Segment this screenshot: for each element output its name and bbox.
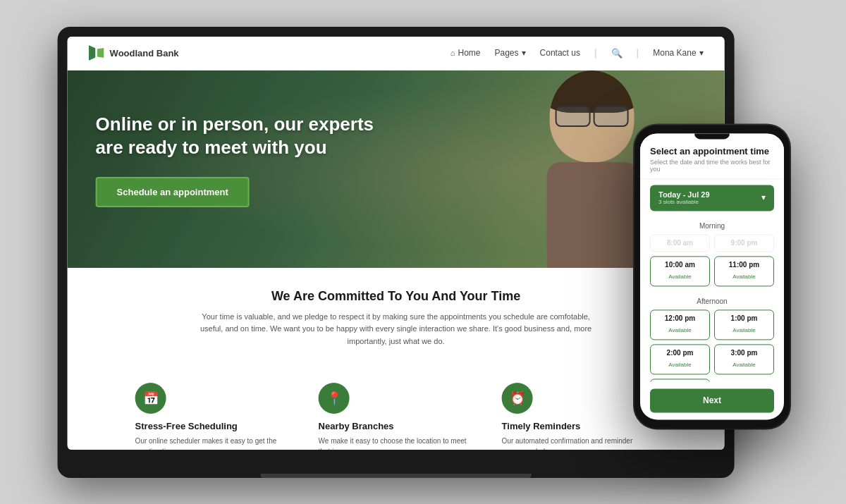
search-icon[interactable]: 🔍 [611,48,623,59]
schedule-appointment-button[interactable]: Schedule an appointment [96,177,250,207]
website: Woodland Bank ⌂ Home Pages ▾ [68,37,725,450]
hero-content: Online or in person, our experts are rea… [68,70,420,236]
hero-title: Online or in person, our experts are rea… [96,113,392,161]
time-slot-12pm[interactable]: 12:00 pm Available [650,309,710,340]
logo-right [97,48,104,58]
time-slot-11pm[interactable]: 11:00 pm Available [714,256,774,286]
logo-left [89,45,96,61]
hero-section: Online or in person, our experts are rea… [68,70,725,268]
feature-scheduling-text: Our online scheduler makes it easy to ge… [135,436,290,449]
features-section: 📅 Stress-Free Scheduling Our online sche… [68,376,725,449]
time-slot-3pm[interactable]: 3:00 pm Available [714,344,774,374]
navbar: Woodland Bank ⌂ Home Pages ▾ [68,37,725,70]
phone-frame: Select an appointment time Select the da… [634,125,790,428]
branches-icon: 📍 [319,383,350,414]
time-slot-time: 12:00 pm [656,314,704,322]
feature-branches-text: We make it easy to choose the location t… [319,436,474,449]
app-subtitle: Select the date and time the works best … [650,159,774,173]
time-slot-status: Available [668,362,691,368]
scheduling-icon: 📅 [135,383,166,414]
laptop-base [261,474,532,478]
phone-notch [694,133,730,139]
feature-reminders: ⏰ Timely Reminders Our automated confirm… [502,383,657,449]
time-slot-time: 1:00 pm [721,314,768,322]
feature-branches: 📍 Nearby Branches We make it easy to cho… [319,383,474,449]
afternoon-label: Afternoon [650,292,774,309]
morning-label: Morning [650,216,774,234]
woman-head [550,70,634,162]
glasses-lens-right [594,106,629,127]
time-slot-time: 9:00 pm [721,239,768,247]
feature-branches-title: Nearby Branches [319,421,394,431]
time-slot-status: Available [732,362,755,368]
time-section: Morning 8:00 am 9:00 pm 10:00 am Ava [640,216,784,381]
scene: Woodland Bank ⌂ Home Pages ▾ [0,0,846,504]
phone: Select an appointment time Select the da… [634,125,790,428]
feature-scheduling-title: Stress-Free Scheduling [135,421,238,431]
commitment-text: Your time is valuable, and we pledge to … [192,311,601,348]
nav-divider: | [594,47,597,59]
commitment-section: We Are Committed To You And Your Time Yo… [68,268,725,376]
time-slot-1pm[interactable]: 1:00 pm Available [714,309,774,340]
next-button[interactable]: Next [650,388,774,412]
user-chevron-icon: ▾ [699,48,704,58]
time-slot-9pm[interactable]: 9:00 pm [714,234,774,252]
logo: Woodland Bank [89,45,179,61]
chevron-down-icon: ▾ [522,48,526,58]
phone-screen: Select an appointment time Select the da… [640,133,784,419]
laptop: Woodland Bank ⌂ Home Pages ▾ [58,27,735,478]
laptop-frame: Woodland Bank ⌂ Home Pages ▾ [58,27,735,478]
date-info: Today - Jul 29 3 slots available [658,190,710,205]
reminders-icon: ⏰ [502,383,533,414]
feature-scheduling: 📅 Stress-Free Scheduling Our online sche… [135,383,290,449]
feature-reminders-text: Our automated confirmation and reminder … [502,436,657,449]
logo-icon [89,45,104,61]
woman-body [547,162,639,268]
app-footer: Next [640,381,784,419]
date-sub: 3 slots available [658,199,710,205]
feature-reminders-title: Timely Reminders [502,421,581,431]
time-slot-status: Available [668,273,691,280]
time-slot-status: Available [668,327,691,333]
app-header: Select an appointment time Select the da… [640,133,784,179]
nav-pages[interactable]: Pages ▾ [495,48,526,58]
app-title: Select an appointment time [650,146,774,156]
time-slot-status: Available [732,273,755,280]
time-slot-8am[interactable]: 8:00 am [650,234,710,252]
date-selector[interactable]: Today - Jul 29 3 slots available ▾ [650,185,774,211]
time-slot-time: 10:00 am [656,261,704,269]
glasses-lens-left [556,106,591,127]
nav-divider2: | [637,47,639,59]
nav-links: ⌂ Home Pages ▾ Contact us | 🔍 [450,47,704,59]
laptop-screen: Woodland Bank ⌂ Home Pages ▾ [68,37,725,450]
user-menu[interactable]: Mona Kane ▾ [653,48,703,58]
time-slot-time: 11:00 pm [721,261,768,269]
time-slot-time: 2:00 pm [656,349,704,357]
nav-home[interactable]: ⌂ Home [450,48,481,58]
time-slot-10am[interactable]: 10:00 am Available [650,256,710,286]
date-text: Today - Jul 29 [658,190,710,199]
logo-text: Woodland Bank [110,48,179,59]
date-chevron-icon: ▾ [761,192,766,202]
home-icon: ⌂ [450,49,455,57]
afternoon-grid: 12:00 pm Available 1:00 pm Available 2:0… [650,309,774,381]
nav-contact[interactable]: Contact us [540,48,580,58]
time-slot-status: Available [732,327,755,333]
commitment-title: We Are Committed To You And Your Time [96,289,697,304]
morning-grid: 8:00 am 9:00 pm 10:00 am Available [650,234,774,286]
time-slot-time: 8:00 am [656,239,704,247]
time-slot-2pm[interactable]: 2:00 pm Available [650,344,710,374]
woman-glasses [556,106,629,127]
time-slot-time: 3:00 pm [721,349,768,357]
